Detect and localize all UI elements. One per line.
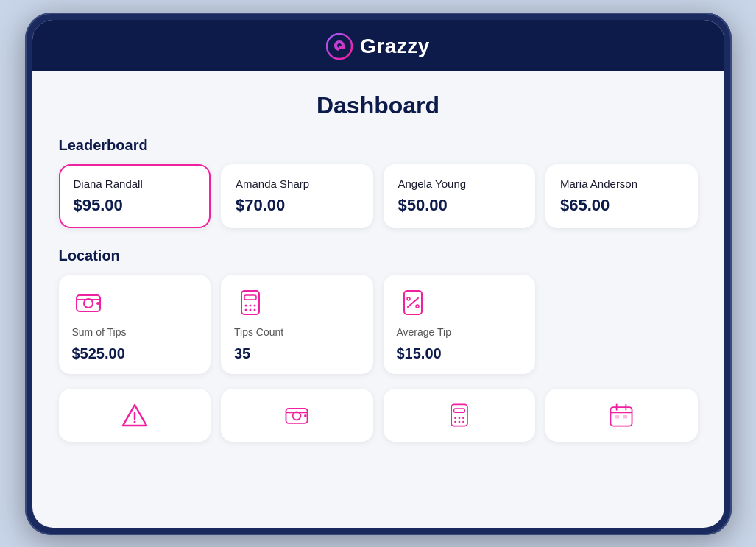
wallet-icon — [72, 286, 105, 319]
location-grid: Sum of Tips $525.00 — [59, 275, 698, 374]
receipt-percent-icon — [397, 286, 429, 319]
leaderboard-card-3[interactable]: Maria Anderson $65.00 — [545, 164, 698, 228]
leaderboard-name-1: Amanda Sharp — [236, 177, 358, 190]
leaderboard-card-2[interactable]: Angela Young $50.00 — [384, 164, 536, 228]
svg-point-10 — [250, 308, 252, 311]
tablet-screen: Grazzy Dashboard Leaderboard Diana Randa… — [32, 20, 724, 528]
app-header: Grazzy — [32, 20, 724, 71]
svg-point-26 — [454, 420, 456, 423]
calculator-icon — [234, 286, 266, 319]
leaderboard-card-1[interactable]: Amanda Sharp $70.00 — [221, 164, 373, 228]
svg-point-20 — [304, 414, 307, 417]
bottom-row — [59, 389, 698, 442]
avg-tip-label: Average Tip — [397, 326, 523, 338]
main-content: Dashboard Leaderboard Diana Randall $95.… — [32, 71, 724, 528]
location-card-avg-tip[interactable]: Average Tip $15.00 — [384, 275, 536, 374]
location-card-tips-count[interactable]: Tips Count 35 — [221, 275, 373, 374]
svg-point-9 — [245, 308, 247, 311]
svg-rect-34 — [623, 415, 627, 419]
leaderboard-amount-0: $95.00 — [74, 196, 197, 215]
bottom-card-calculator[interactable] — [384, 389, 536, 442]
page-title: Dashboard — [59, 92, 698, 119]
calendar-icon — [607, 400, 636, 430]
svg-rect-5 — [244, 295, 256, 300]
bottom-card-warning[interactable] — [59, 389, 211, 442]
leaderboard-name-2: Angela Young — [398, 177, 521, 190]
location-section: Location Sum of Tips $525.00 — [59, 247, 698, 374]
leaderboard-name-3: Maria Anderson — [560, 177, 683, 190]
app-name: Grazzy — [360, 35, 430, 58]
svg-point-17 — [133, 420, 135, 423]
svg-point-15 — [416, 305, 419, 308]
svg-point-8 — [254, 304, 256, 306]
bottom-card-wallet[interactable] — [221, 389, 373, 442]
leaderboard-amount-3: $65.00 — [560, 196, 683, 215]
leaderboard-grid: Diana Randall $95.00 Amanda Sharp $70.00… — [59, 164, 698, 228]
svg-point-6 — [245, 304, 247, 306]
svg-point-3 — [96, 302, 99, 305]
svg-point-25 — [462, 417, 464, 419]
sum-tips-label: Sum of Tips — [72, 326, 198, 338]
warning-icon — [120, 400, 149, 430]
avg-tip-value: $15.00 — [397, 345, 523, 362]
location-title: Location — [59, 247, 698, 264]
leaderboard-amount-2: $50.00 — [398, 196, 521, 215]
svg-rect-29 — [611, 407, 632, 426]
leaderboard-section: Leaderboard Diana Randall $95.00 Amanda … — [59, 137, 698, 228]
svg-point-24 — [458, 417, 460, 419]
svg-point-14 — [407, 297, 410, 300]
svg-rect-33 — [615, 415, 619, 419]
tips-count-label: Tips Count — [234, 326, 360, 338]
tips-count-value: 35 — [234, 345, 360, 362]
sum-tips-value: $525.00 — [72, 345, 198, 362]
tablet-frame: Grazzy Dashboard Leaderboard Diana Randa… — [25, 13, 732, 535]
svg-point-23 — [454, 417, 456, 419]
leaderboard-name-0: Diana Randall — [74, 177, 197, 190]
location-card-sum-tips[interactable]: Sum of Tips $525.00 — [59, 275, 211, 374]
bottom-card-calendar[interactable] — [545, 389, 698, 442]
leaderboard-amount-1: $70.00 — [236, 196, 358, 215]
svg-point-27 — [458, 420, 460, 423]
leaderboard-title: Leaderboard — [59, 137, 698, 154]
wallet-icon-2 — [282, 400, 311, 430]
svg-point-28 — [462, 420, 464, 423]
leaderboard-card-0[interactable]: Diana Randall $95.00 — [59, 164, 211, 228]
svg-point-7 — [250, 304, 252, 306]
location-card-empty — [545, 275, 698, 374]
calculator-icon-2 — [445, 400, 474, 430]
svg-rect-22 — [453, 408, 464, 412]
svg-point-11 — [254, 308, 256, 311]
grazzy-logo-icon — [326, 33, 353, 60]
